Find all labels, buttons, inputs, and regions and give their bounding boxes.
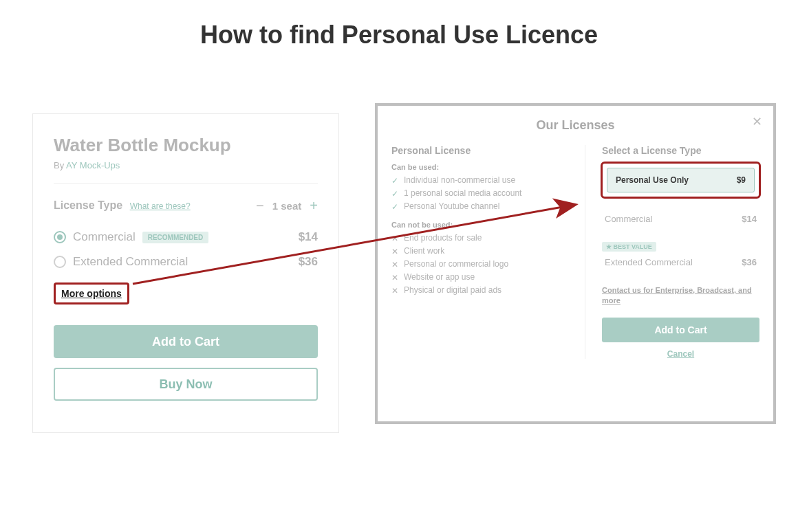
- x-icon: ✕: [391, 247, 398, 256]
- author-link[interactable]: AY Mock-Ups: [66, 160, 120, 170]
- commercial-price: $14: [742, 214, 757, 224]
- select-license-heading: Select a License Type: [602, 145, 759, 156]
- product-title: Water Bottle Mockup: [54, 135, 318, 156]
- extended-price: $36: [742, 257, 757, 267]
- close-icon[interactable]: ✕: [752, 114, 762, 129]
- commercial-label: Commercial: [605, 214, 652, 224]
- license-option-extended[interactable]: Extended Commercial $36: [602, 253, 759, 271]
- list-item: ✓1 personal social media account: [391, 188, 567, 198]
- x-icon: ✕: [391, 260, 398, 269]
- licenses-modal: ✕ Our Licenses Personal License Can be u…: [375, 103, 776, 424]
- license-option-commercial[interactable]: Commercial RECOMMENDED $14: [54, 225, 318, 250]
- page-title: How to find Personal Use Licence: [0, 21, 798, 49]
- list-item: ✓Personal Youtube channel: [391, 201, 567, 211]
- personal-use-price: $9: [737, 175, 746, 185]
- license-type-label: License Type: [54, 199, 122, 211]
- modal-title: Our Licenses: [391, 118, 759, 133]
- x-icon: ✕: [391, 234, 398, 243]
- commercial-label: Commercial: [73, 230, 136, 244]
- cancel-link[interactable]: Cancel: [602, 349, 759, 359]
- extended-label: Extended Commercial: [73, 255, 188, 269]
- what-are-these-link[interactable]: What are these?: [130, 201, 191, 211]
- list-item: ✕End products for sale: [391, 233, 567, 243]
- buy-now-button[interactable]: Buy Now: [54, 368, 318, 401]
- contact-enterprise-link[interactable]: Contact us for Enterprise, Broadcast, an…: [602, 285, 759, 307]
- radio-unselected-icon: [54, 256, 66, 268]
- x-icon: ✕: [391, 273, 398, 282]
- personal-use-label: Personal Use Only: [616, 175, 689, 185]
- personal-license-heading: Personal License: [391, 145, 567, 156]
- more-options-highlight: More options: [54, 282, 129, 304]
- list-item: ✕Personal or commercial logo: [391, 259, 567, 269]
- list-item: ✕Website or app use: [391, 272, 567, 282]
- license-select-column: Select a License Type Personal Use Only …: [585, 145, 759, 359]
- radio-selected-icon: [54, 231, 66, 243]
- seat-value: 1 seat: [272, 200, 302, 212]
- commercial-price: $14: [299, 230, 318, 244]
- product-card: Water Bottle Mockup By AY Mock-Ups Licen…: [32, 113, 339, 433]
- add-to-cart-button[interactable]: Add to Cart: [54, 325, 318, 358]
- license-option-personal[interactable]: Personal Use Only $9: [607, 168, 755, 192]
- license-details-column: Personal License Can be used: ✓Individua…: [391, 145, 567, 359]
- list-item: ✕Client work: [391, 246, 567, 256]
- seat-stepper: − 1 seat +: [256, 199, 318, 212]
- seat-minus-button[interactable]: −: [256, 199, 264, 212]
- seat-plus-button[interactable]: +: [310, 199, 318, 212]
- check-icon: ✓: [391, 189, 398, 199]
- byline: By AY Mock-Ups: [54, 160, 318, 170]
- x-icon: ✕: [391, 286, 398, 296]
- list-item: ✕Physical or digital paid ads: [391, 285, 567, 295]
- by-prefix: By: [54, 160, 66, 170]
- license-option-extended[interactable]: Extended Commercial $36: [54, 250, 318, 274]
- recommended-badge: RECOMMENDED: [142, 232, 209, 243]
- personal-use-highlight: Personal Use Only $9: [601, 162, 761, 199]
- extended-label: Extended Commercial: [605, 257, 693, 267]
- can-be-used-label: Can be used:: [391, 163, 567, 171]
- license-option-commercial[interactable]: Commercial $14: [602, 210, 759, 228]
- check-icon: ✓: [391, 202, 398, 212]
- check-icon: ✓: [391, 176, 398, 186]
- extended-price: $36: [299, 255, 318, 269]
- best-value-badge: ★ BEST VALUE: [602, 242, 656, 252]
- list-item: ✓Individual non-commercial use: [391, 175, 567, 185]
- divider: [54, 183, 318, 184]
- modal-add-to-cart-button[interactable]: Add to Cart: [602, 318, 759, 342]
- cannot-be-used-label: Can not be used:: [391, 221, 567, 229]
- more-options-link[interactable]: More options: [61, 288, 122, 299]
